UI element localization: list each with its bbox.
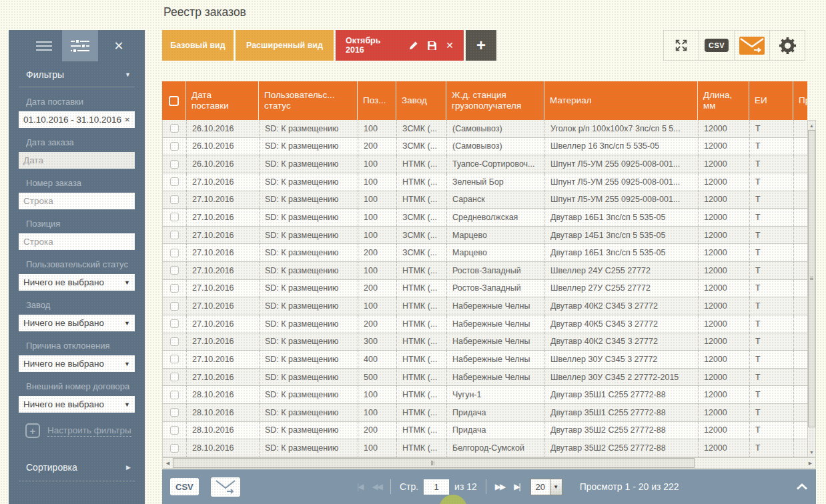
table-row[interactable]: 26.10.2016SD: К размещению100ЗСМК (...(С…	[163, 120, 807, 138]
table-row[interactable]: 27.10.2016SD: К размещению400НТМК (...На…	[163, 351, 807, 369]
tab-basic-view[interactable]: Базовый вид	[162, 30, 234, 61]
scroll-up-button[interactable]: ▲	[808, 121, 815, 130]
row-checkbox[interactable]	[170, 391, 179, 399]
column-header-user-status[interactable]: Пользовательс... статус	[258, 81, 357, 120]
row-checkbox[interactable]	[170, 302, 179, 311]
chevron-up-icon	[796, 483, 808, 490]
filter-select[interactable]: Ничего не выбрано▼	[19, 396, 135, 413]
filter-input[interactable]: 01.10.2016 - 31.10.2016✕	[19, 111, 135, 128]
column-header-delivery-date[interactable]: Дата поставки	[185, 81, 258, 120]
row-checkbox[interactable]	[170, 249, 179, 257]
row-checkbox[interactable]	[170, 319, 179, 328]
scroll-right-button[interactable]: ▶	[805, 458, 815, 468]
close-icon[interactable]: ✕	[446, 40, 454, 51]
table-cell: НТМК (...	[396, 262, 446, 279]
table-row[interactable]: 26.10.2016SD: К размещению200ЗСМК (...(С…	[163, 138, 807, 156]
table-cell: Т	[749, 404, 793, 421]
prev-page-button[interactable]: ◀◀	[372, 482, 381, 491]
table-row[interactable]: 28.10.2016SD: К размещению100НТМК (...Пр…	[163, 404, 807, 422]
filter-input[interactable]: Строка	[19, 233, 135, 250]
table-row[interactable]: 27.10.2016SD: К размещению100НТМК (...Ро…	[163, 262, 807, 280]
scroll-left-button[interactable]: ◀	[163, 458, 173, 468]
column-header-length[interactable]: Длина, мм	[697, 81, 749, 120]
column-header-station[interactable]: Ж.д. станция грузополучателя	[446, 81, 544, 120]
filters-section-header[interactable]: Фильтры ▼	[26, 69, 133, 80]
row-checkbox[interactable]	[170, 266, 179, 275]
row-checkbox[interactable]	[170, 213, 179, 221]
row-checkbox[interactable]	[170, 195, 179, 204]
next-page-button[interactable]: ▶▶	[495, 482, 504, 491]
scroll-down-button[interactable]: ▼	[808, 447, 815, 457]
table-cell: (Самовывоз)	[446, 120, 544, 137]
row-checkbox[interactable]	[170, 284, 179, 293]
export-csv-button[interactable]: CSV	[699, 30, 735, 61]
row-checkbox[interactable]	[170, 142, 179, 151]
save-icon[interactable]	[427, 41, 437, 51]
filter-select[interactable]: Ничего не выбрано▼	[19, 315, 135, 331]
table-row[interactable]: 27.10.2016SD: К размещению100ЗСМК (...Ср…	[163, 209, 807, 227]
column-header-position[interactable]: Поз...	[357, 81, 396, 120]
row-checkbox[interactable]	[170, 231, 179, 239]
collapse-footer-button[interactable]	[796, 483, 808, 490]
row-checkbox[interactable]	[170, 355, 179, 363]
table-row[interactable]: 27.10.2016SD: К размещению100НТМК (...Зе…	[163, 173, 807, 191]
horizontal-scrollbar[interactable]: ◀ ▶	[162, 457, 816, 469]
configure-filters-link[interactable]: + Настроить фильтры	[25, 423, 135, 438]
horizontal-scrollbar-thumb[interactable]	[173, 458, 695, 468]
row-checkbox[interactable]	[170, 426, 179, 435]
row-checkbox[interactable]	[170, 373, 179, 381]
page-size-select[interactable]: 20 ▼	[530, 479, 562, 495]
filter-input[interactable]: Строка	[19, 193, 135, 209]
column-header-plant[interactable]: Завод	[396, 81, 446, 120]
table-row[interactable]: 28.10.2016SD: К размещению200НТМК (...Пр…	[163, 422, 807, 440]
table-row[interactable]: 27.10.2016SD: К размещению100НТМК (...Са…	[163, 191, 807, 209]
vertical-scrollbar[interactable]: ▲ ▼	[807, 120, 816, 457]
column-header-material[interactable]: Материал	[544, 81, 697, 120]
table-row[interactable]: 27.10.2016SD: К размещению200НТМК (...Ро…	[163, 280, 807, 298]
filter-input[interactable]: Дата	[19, 152, 135, 169]
tab-extended-view[interactable]: Расширенный вид	[236, 30, 334, 61]
column-header-note[interactable]: Пр...	[793, 81, 807, 120]
row-checkbox[interactable]	[170, 177, 179, 186]
table-row[interactable]: 27.10.2016SD: К размещению500НТМК (...На…	[163, 369, 807, 387]
sorting-section-header[interactable]: Сортировка ▶	[26, 462, 133, 473]
filter-select[interactable]: Ничего не выбрано▼	[19, 355, 135, 372]
table-row[interactable]: 27.10.2016SD: К размещению100НТМК (...На…	[163, 297, 807, 315]
pencil-icon[interactable]	[408, 41, 418, 51]
select-all-checkbox[interactable]	[169, 96, 179, 106]
table-cell: SD: К размещению	[259, 439, 358, 457]
table-row[interactable]: 27.10.2016SD: К размещению100ЗСМК (...Ма…	[163, 227, 807, 245]
row-checkbox-cell	[163, 227, 186, 244]
table-cell: 27.10.2016	[186, 280, 259, 297]
row-checkbox[interactable]	[170, 337, 179, 346]
last-page-button[interactable]: ▶|	[514, 482, 519, 491]
table-cell: НТМК (...	[396, 191, 446, 209]
table-row[interactable]: 26.10.2016SD: К размещению100НТМК (...Ту…	[163, 155, 807, 173]
add-view-button[interactable]: +	[466, 30, 496, 61]
column-header-unit[interactable]: ЕИ	[749, 81, 793, 120]
footer-send-mail-button[interactable]	[211, 477, 240, 497]
fullscreen-button[interactable]	[663, 30, 699, 61]
table-row[interactable]: 28.10.2016SD: К размещению100НТМК (...Чу…	[163, 386, 807, 404]
row-checkbox[interactable]	[170, 408, 179, 417]
table-row[interactable]: 28.10.2016SD: К размещению100НТМК (...Бе…	[163, 439, 807, 457]
table-row[interactable]: 27.10.2016SD: К размещению200НТМК (...На…	[163, 315, 807, 333]
filter-select[interactable]: Ничего не выбрано▼	[19, 274, 135, 291]
row-checkbox[interactable]	[170, 444, 179, 453]
table-row[interactable]: 27.10.2016SD: К размещению200ЗСМК (...Ма…	[163, 244, 807, 262]
page-number-input[interactable]: 1	[424, 479, 449, 495]
row-checkbox[interactable]	[170, 124, 179, 133]
sidebar-close-button[interactable]: ✕	[103, 30, 134, 61]
tab-custom-view-active[interactable]: Октябрь 2016 ✕	[336, 30, 464, 61]
table-cell: Т	[749, 227, 793, 244]
table-row[interactable]: 27.10.2016SD: К размещению300НТМК (...На…	[163, 333, 807, 351]
sidebar-tab-list[interactable]	[26, 30, 62, 61]
row-checkbox[interactable]	[170, 160, 179, 169]
footer-export-csv-button[interactable]: CSV	[170, 478, 199, 495]
send-mail-button[interactable]	[734, 30, 770, 61]
clear-icon[interactable]: ✕	[125, 116, 130, 123]
sidebar-tab-filters[interactable]	[62, 30, 98, 61]
settings-button[interactable]	[769, 30, 805, 61]
first-page-button[interactable]: |◀	[357, 482, 362, 491]
vertical-scrollbar-thumb[interactable]	[808, 130, 815, 427]
